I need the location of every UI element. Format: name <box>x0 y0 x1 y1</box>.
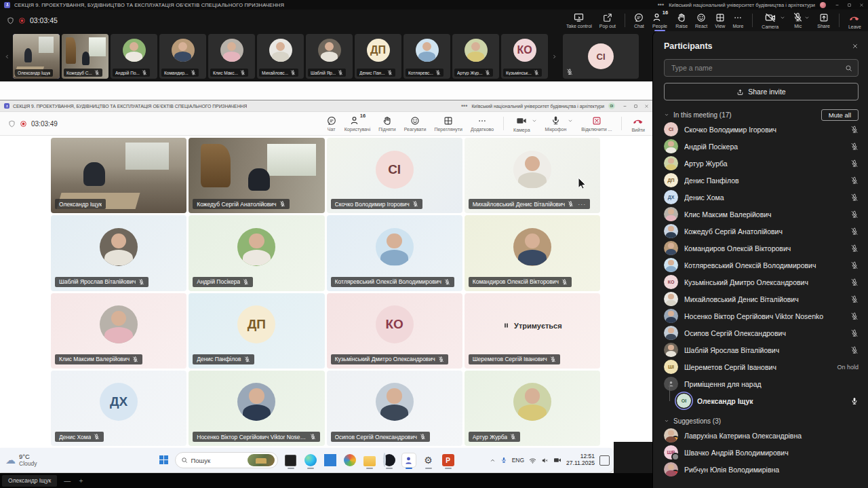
account-avatar[interactable]: ОІ <box>608 102 615 109</box>
participant-row[interactable]: ДПДенис Панфілов <box>664 172 859 189</box>
filmstrip-tile[interactable]: Клис Макс... <box>208 34 255 79</box>
participant-row[interactable]: ОІОлександр Іщук <box>677 392 859 409</box>
chevron-down-icon[interactable] <box>664 418 669 424</box>
people-button[interactable]: 16People <box>652 12 668 29</box>
chat-button[interactable]: Chat <box>634 13 644 29</box>
video-tile[interactable]: Командиров Олексій Вікторович <box>465 215 600 290</box>
participant-row[interactable]: Рибчун Юлія Володимирівна <box>664 461 859 478</box>
participant-row[interactable]: Котляревський Олексій Володимирович <box>664 257 859 274</box>
react-button[interactable]: Реагувати <box>404 116 427 132</box>
participant-row[interactable]: Кожедуб Сергій Анатолійович <box>664 223 859 240</box>
participant-row[interactable]: Командиров Олексій Вікторович <box>664 240 859 257</box>
share-button[interactable]: Share <box>817 13 830 29</box>
minimize-icon[interactable] <box>623 104 627 109</box>
people-button[interactable]: 16Користувачі <box>344 115 371 132</box>
chevron-down-icon[interactable] <box>804 15 810 20</box>
video-tile[interactable]: Шаблій Ярослав Віталійович <box>51 215 186 290</box>
video-tile[interactable]: Артур Журба <box>465 371 600 446</box>
maximize-icon[interactable] <box>847 3 852 7</box>
filmstrip-tile[interactable]: КОКузьмінськ... <box>501 34 548 79</box>
share-invite-button[interactable]: Share invite <box>664 83 859 100</box>
tray-clock[interactable]: 12:51 27.11.2025 <box>566 453 595 467</box>
taskbar-app-explorer[interactable] <box>363 453 376 467</box>
camera-button[interactable]: Камера <box>513 115 530 132</box>
video-tile[interactable]: ДХДенис Хома <box>51 371 186 446</box>
taskbar-app-steam[interactable] <box>382 453 396 467</box>
pop-out-button[interactable]: Pop out <box>599 13 616 29</box>
taskbar-weather-widget[interactable]: ☁ 9°C Cloudy <box>5 448 37 472</box>
leave-button[interactable]: Вийти <box>631 115 645 132</box>
tray-camera-icon[interactable] <box>553 456 561 464</box>
chevron-down-icon[interactable] <box>568 118 573 124</box>
video-tile[interactable]: Осипов Сергій Олександрович <box>327 371 462 446</box>
tray-mic-icon[interactable] <box>500 457 507 464</box>
view-button[interactable]: View <box>715 13 725 29</box>
mute-all-button[interactable]: Mute all <box>821 109 859 121</box>
participant-search[interactable] <box>664 59 859 77</box>
filmstrip-tile[interactable]: Олександр Іщук <box>13 34 60 79</box>
participant-row[interactable]: ШВШвачко Андрій Володимирович <box>664 444 859 461</box>
raise-hand-button[interactable]: Raise <box>675 13 688 29</box>
chevron-down-icon[interactable] <box>532 118 537 124</box>
video-tile[interactable]: Кожедуб Сергій Анатолійович <box>189 138 324 213</box>
overflow-menu-icon[interactable]: ••• <box>461 102 467 109</box>
more-button[interactable]: More <box>732 13 743 29</box>
close-icon[interactable] <box>859 3 864 7</box>
react-button[interactable]: React <box>695 13 707 29</box>
participant-row[interactable]: Клис Максим Валерійович <box>664 206 859 223</box>
chat-button[interactable]: Чат <box>327 116 336 132</box>
participant-row[interactable]: Приміщення для нарад <box>664 375 859 392</box>
account-avatar[interactable] <box>820 2 826 8</box>
video-tile[interactable]: Михайловський Денис Віталійович··· <box>465 138 600 213</box>
participant-search-input[interactable] <box>670 63 841 73</box>
spotlight-tile[interactable]: СІ <box>563 34 639 79</box>
mic-button[interactable]: Mic <box>793 12 803 29</box>
video-tile[interactable]: ДПДенис Панфілов <box>189 293 324 369</box>
participant-row[interactable]: ШІШереметов Сергій ІвановичOn hold <box>664 358 859 375</box>
video-tile[interactable]: Олександр Іщук <box>51 138 186 213</box>
participant-row[interactable]: Андрій Посікера <box>664 138 859 155</box>
camera-button[interactable]: Camera <box>762 12 778 29</box>
video-tile[interactable]: КОКузьмінський Дмитро Олександрович <box>327 293 462 369</box>
participant-row[interactable]: КОКузьмінський Дмитро Олександрович <box>664 274 859 290</box>
filmstrip-next-icon[interactable] <box>550 54 558 60</box>
filmstrip-tile[interactable]: Командир... <box>159 34 206 79</box>
leave-button[interactable]: Leave <box>848 12 861 29</box>
taskbar-search-box[interactable]: Пошук <box>175 452 278 468</box>
stop-share-button[interactable]: Відключити ... <box>581 116 612 132</box>
new-tab-icon[interactable]: ＋ <box>77 476 84 485</box>
start-button[interactable] <box>159 455 169 465</box>
participant-row[interactable]: СІСкочко Володимир Ігорович <box>664 121 859 138</box>
participant-row[interactable]: Михайловський Денис Віталійович <box>664 290 859 307</box>
view-button[interactable]: Переглянути <box>434 116 462 132</box>
filmstrip-prev-icon[interactable] <box>3 54 11 60</box>
raise-hand-button[interactable]: Підняти <box>378 116 395 132</box>
participant-row[interactable]: Лаврухіна Катерина Олександрівна <box>664 427 859 444</box>
participant-row[interactable]: Шаблій Ярослав Віталійович <box>664 341 859 358</box>
overflow-menu-icon[interactable]: ••• <box>658 3 664 7</box>
filmstrip-tile[interactable]: ДПДенис Пан... <box>355 34 401 79</box>
video-tile[interactable]: Котляревський Олексій Володимирович <box>327 215 462 290</box>
filmstrip-tile[interactable]: Михайловс... <box>257 34 304 79</box>
participant-row[interactable]: Носенко Віктор Сергійович Viktor Nosenko <box>664 307 859 324</box>
panel-close-icon[interactable] <box>852 43 859 50</box>
video-tile[interactable]: Андрій Посікера <box>189 215 324 290</box>
filmstrip-tile[interactable]: Шаблій Яр... <box>306 34 353 79</box>
chevron-down-icon[interactable] <box>780 15 785 20</box>
taskbar-app-settings[interactable]: ⚙ <box>422 453 435 467</box>
video-tile[interactable]: Носенко Віктор Сергійович Viktor Nosenko <box>189 371 324 446</box>
filmstrip-tile[interactable]: Кожедуб С... <box>62 34 108 79</box>
participant-row[interactable]: ДХДенис Хома <box>664 189 859 206</box>
taskbar-app-teams[interactable] <box>402 453 416 467</box>
bottom-tab[interactable]: Олександр Іщук <box>2 475 57 487</box>
close-icon[interactable] <box>644 104 649 109</box>
taskbar-app-edge[interactable] <box>304 453 317 467</box>
tray-expand-icon[interactable] <box>490 457 496 464</box>
tray-volume-muted-icon[interactable] <box>541 457 549 464</box>
filmstrip-tile[interactable]: Артур Жур... <box>452 34 499 79</box>
tray-wifi-icon[interactable] <box>529 457 536 464</box>
more-button[interactable]: Додатково <box>471 116 494 132</box>
notification-center-icon[interactable] <box>599 455 610 466</box>
tab-dash-icon[interactable]: — <box>64 477 71 485</box>
video-tile[interactable]: УтримуєтьсяШереметов Сергій Іванович <box>465 293 600 369</box>
